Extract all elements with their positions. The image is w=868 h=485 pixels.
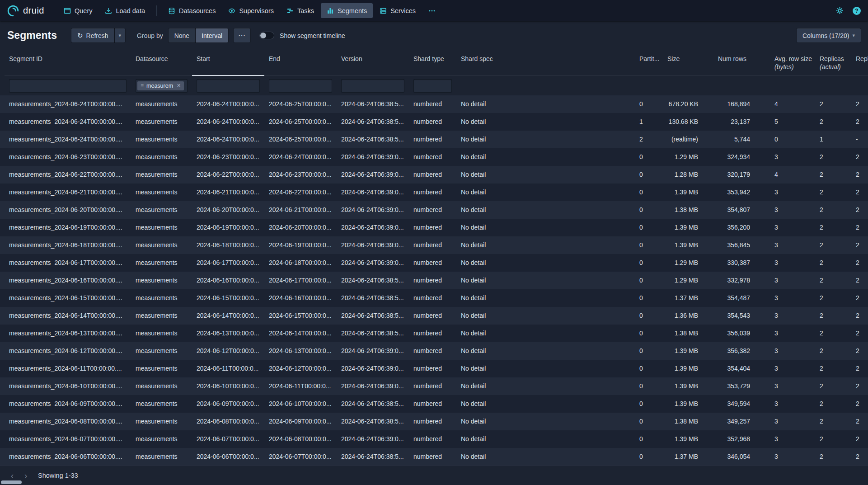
cell-replicas[interactable]: 2 — [815, 325, 851, 342]
cell-replication-factor[interactable]: 2 — [851, 236, 868, 254]
cell-size[interactable]: 1.29 MB — [663, 148, 713, 166]
cell-num-rows[interactable]: 356,382 — [713, 342, 770, 360]
cell-segment-id[interactable]: measurements_2024-06-12T00:00:00.... — [5, 342, 131, 360]
cell-version[interactable]: 2024-06-24T06:38:5... — [337, 413, 409, 430]
nav-item-datasources[interactable]: Datasources — [162, 3, 221, 18]
cell-shard-type[interactable]: numbered — [409, 113, 456, 131]
segment-timeline-toggle[interactable] — [259, 32, 274, 39]
cell-shard-spec[interactable]: No detail — [456, 95, 635, 113]
cell-shard-spec[interactable]: No detail — [456, 377, 635, 395]
cell-replicas[interactable]: 2 — [815, 148, 851, 166]
cell-partition[interactable]: 0 — [635, 342, 663, 360]
cell-size[interactable]: 1.29 MB — [663, 272, 713, 289]
cell-partition[interactable]: 0 — [635, 219, 663, 236]
cell-replicas[interactable]: 2 — [815, 342, 851, 360]
cell-version[interactable]: 2024-06-24T06:39:0... — [337, 236, 409, 254]
cell-replicas[interactable]: 2 — [815, 95, 851, 113]
cell-partition[interactable]: 0 — [635, 254, 663, 272]
cell-partition[interactable]: 0 — [635, 360, 663, 377]
shard-type-filter-input[interactable] — [413, 79, 452, 93]
nav-more-button[interactable] — [422, 3, 441, 18]
cell-end[interactable]: 2024-06-19T00:00:0... — [264, 236, 337, 254]
column-header-replicas[interactable]: Replicas (actual) — [815, 50, 851, 76]
cell-version[interactable]: 2024-06-24T06:39:0... — [337, 430, 409, 448]
cell-replicas[interactable]: 2 — [815, 166, 851, 184]
cell-size[interactable]: 1.36 MB — [663, 307, 713, 325]
cell-segment-id[interactable]: measurements_2024-06-15T00:00:00.... — [5, 289, 131, 307]
cell-replication-factor[interactable]: 2 — [851, 272, 868, 289]
cell-version[interactable]: 2024-06-24T06:39:0... — [337, 184, 409, 201]
cell-shard-type[interactable]: numbered — [409, 448, 456, 466]
cell-partition[interactable]: 0 — [635, 325, 663, 342]
cell-start[interactable]: 2024-06-14T00:00:0... — [192, 307, 264, 325]
cell-num-rows[interactable]: 330,387 — [713, 254, 770, 272]
cell-shard-spec[interactable]: No detail — [456, 148, 635, 166]
cell-version[interactable]: 2024-06-24T06:39:0... — [337, 254, 409, 272]
cell-version[interactable]: 2024-06-24T06:38:5... — [337, 272, 409, 289]
cell-num-rows[interactable]: 324,934 — [713, 148, 770, 166]
cell-size[interactable]: 678.20 KB — [663, 95, 713, 113]
cell-partition[interactable]: 1 — [635, 113, 663, 131]
cell-shard-type[interactable]: numbered — [409, 166, 456, 184]
cell-replication-factor[interactable]: 2 — [851, 413, 868, 430]
column-header-avg-row-size[interactable]: Avg. row size (bytes) — [770, 50, 815, 76]
cell-replication-factor[interactable]: 2 — [851, 113, 868, 131]
cell-replication-factor[interactable]: 2 — [851, 95, 868, 113]
cell-datasource[interactable]: measurements — [131, 201, 192, 219]
cell-shard-type[interactable]: numbered — [409, 377, 456, 395]
cell-num-rows[interactable]: 352,968 — [713, 430, 770, 448]
cell-num-rows[interactable]: 349,594 — [713, 395, 770, 413]
cell-shard-type[interactable]: numbered — [409, 148, 456, 166]
cell-shard-type[interactable]: numbered — [409, 342, 456, 360]
cell-datasource[interactable]: measurements — [131, 113, 192, 131]
cell-size[interactable]: 1.39 MB — [663, 342, 713, 360]
cell-start[interactable]: 2024-06-18T00:00:0... — [192, 236, 264, 254]
cell-partition[interactable]: 0 — [635, 413, 663, 430]
cell-avg-row-size[interactable]: 3 — [770, 360, 815, 377]
column-header-shard-spec[interactable]: Shard spec — [456, 50, 635, 76]
column-header-segment-id[interactable]: Segment ID — [5, 50, 131, 76]
group-by-interval-button[interactable]: Interval — [196, 28, 228, 42]
cell-size[interactable]: 1.39 MB — [663, 184, 713, 201]
cell-shard-type[interactable]: numbered — [409, 307, 456, 325]
cell-partition[interactable]: 0 — [635, 201, 663, 219]
cell-num-rows[interactable]: 354,487 — [713, 289, 770, 307]
cell-replication-factor[interactable]: 2 — [851, 148, 868, 166]
cell-shard-type[interactable]: numbered — [409, 131, 456, 148]
cell-segment-id[interactable]: measurements_2024-06-24T00:00:00.... — [5, 113, 131, 131]
cell-avg-row-size[interactable]: 3 — [770, 307, 815, 325]
cell-replication-factor[interactable]: 2 — [851, 448, 868, 466]
refresh-dropdown-button[interactable]: ▾ — [115, 28, 126, 42]
cell-shard-type[interactable]: numbered — [409, 201, 456, 219]
cell-shard-type[interactable]: numbered — [409, 289, 456, 307]
cell-segment-id[interactable]: measurements_2024-06-09T00:00:00.... — [5, 395, 131, 413]
cell-replicas[interactable]: 2 — [815, 413, 851, 430]
cell-datasource[interactable]: measurements — [131, 342, 192, 360]
cell-segment-id[interactable]: measurements_2024-06-24T00:00:00.... — [5, 131, 131, 148]
cell-shard-spec[interactable]: No detail — [456, 395, 635, 413]
refresh-button[interactable]: ↻ Refresh — [71, 28, 114, 42]
cell-shard-type[interactable]: numbered — [409, 272, 456, 289]
cell-shard-spec[interactable]: No detail — [456, 272, 635, 289]
cell-shard-spec[interactable]: No detail — [456, 184, 635, 201]
cell-datasource[interactable]: measurements — [131, 131, 192, 148]
cell-start[interactable]: 2024-06-22T00:00:0... — [192, 166, 264, 184]
cell-start[interactable]: 2024-06-12T00:00:0... — [192, 342, 264, 360]
cell-datasource[interactable]: measurements — [131, 272, 192, 289]
cell-partition[interactable]: 0 — [635, 430, 663, 448]
cell-end[interactable]: 2024-06-22T00:00:0... — [264, 184, 337, 201]
cell-replicas[interactable]: 2 — [815, 254, 851, 272]
cell-version[interactable]: 2024-06-24T06:38:5... — [337, 448, 409, 466]
cell-segment-id[interactable]: measurements_2024-06-23T00:00:00.... — [5, 148, 131, 166]
cell-avg-row-size[interactable]: 0 — [770, 131, 815, 148]
cell-partition[interactable]: 0 — [635, 377, 663, 395]
cell-size[interactable]: 1.39 MB — [663, 395, 713, 413]
cell-partition[interactable]: 0 — [635, 272, 663, 289]
cell-partition[interactable]: 0 — [635, 448, 663, 466]
cell-datasource[interactable]: measurements — [131, 395, 192, 413]
cell-shard-type[interactable]: numbered — [409, 413, 456, 430]
group-by-none-button[interactable]: None — [169, 28, 195, 42]
nav-item-services[interactable]: Services — [374, 3, 422, 18]
cell-replication-factor[interactable]: 2 — [851, 430, 868, 448]
column-header-size[interactable]: Size — [663, 50, 713, 76]
